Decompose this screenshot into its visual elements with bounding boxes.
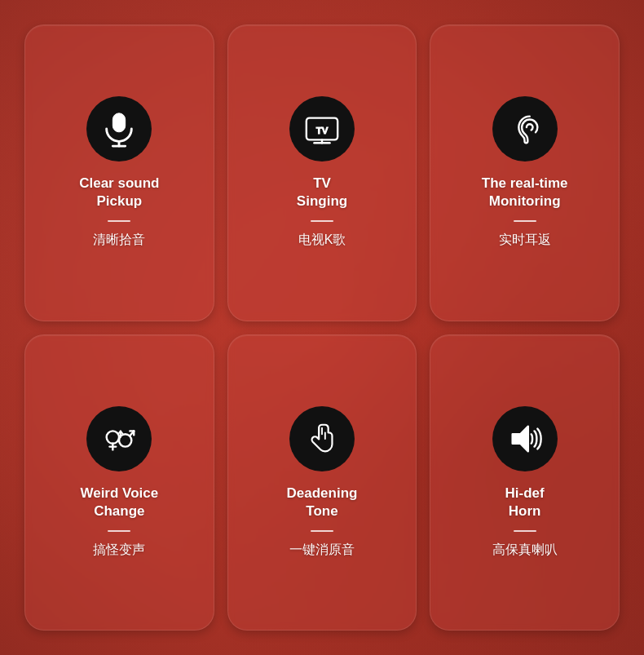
svg-marker-17 [512,426,527,451]
weird-voice-title-cn: 搞怪变声 [93,542,145,559]
clear-sound-title-cn: 清晰拾音 [93,232,145,249]
monitoring-divider [514,220,536,222]
hi-def-horn-title-en: Hi-defHorn [505,485,545,520]
touch-icon [303,420,341,458]
hi-def-horn-title-cn: 高保真喇叭 [492,542,558,559]
deadening-tone-title-cn: 一键消原音 [289,542,355,559]
card-clear-sound[interactable]: Clear soundPickup 清晰拾音 [24,24,214,321]
weird-voice-title-en: Weird VoiceChange [80,485,158,520]
tv-singing-divider [311,220,333,222]
speaker-icon [506,420,544,458]
hi-def-horn-divider [514,530,536,532]
speaker-icon-circle [492,406,558,471]
gender-icon-circle [86,406,152,471]
card-weird-voice[interactable]: Weird VoiceChange 搞怪变声 [24,334,214,631]
tv-singing-title-en: TVSinging [297,175,347,210]
clear-sound-divider [108,220,130,222]
tv-singing-title-cn: 电视K歌 [298,232,346,249]
clear-sound-title-en: Clear soundPickup [79,175,159,210]
svg-rect-0 [113,113,126,132]
microphone-icon-circle [86,96,152,162]
tv-icon: TV [303,110,341,148]
tv-icon-circle: TV [289,96,355,162]
ear-icon [506,110,544,148]
feature-grid: Clear soundPickup 清晰拾音 TV TVSinging 电视K歌… [0,0,644,655]
gender-icon [100,420,138,458]
card-hi-def-horn[interactable]: Hi-defHorn 高保真喇叭 [430,334,620,631]
monitoring-title-en: The real-timeMonitoring [482,175,568,210]
ear-icon-circle [492,96,558,162]
microphone-icon [100,110,138,148]
deadening-tone-title-en: DeadeningTone [287,485,358,520]
card-monitoring[interactable]: The real-timeMonitoring 实时耳返 [430,24,620,321]
touch-icon-circle [289,406,355,471]
svg-point-7 [107,431,119,443]
weird-voice-divider [108,530,130,532]
deadening-tone-divider [311,530,333,532]
monitoring-title-cn: 实时耳返 [499,232,551,249]
card-tv-singing[interactable]: TV TVSinging 电视K歌 [227,24,417,321]
card-deadening-tone[interactable]: DeadeningTone 一键消原音 [227,334,417,631]
svg-text:TV: TV [316,126,329,135]
